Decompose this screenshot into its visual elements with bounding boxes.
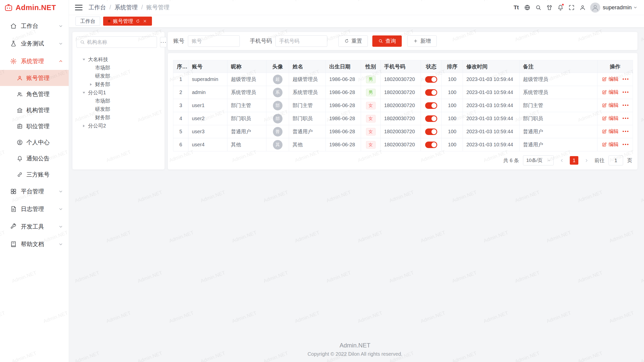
prev-page-button[interactable]	[558, 156, 566, 164]
chevron-down-icon[interactable]	[633, 5, 637, 10]
table-row: 1superadmin超级管理员超超级管理员1986-06-28男1802003…	[173, 73, 633, 86]
sidebar: Admin.NET 工作台 业务测试 系统管理 账号管理	[0, 0, 69, 362]
edit-button[interactable]: 编辑	[602, 89, 619, 96]
edit-button[interactable]: 编辑	[602, 128, 619, 135]
edit-button[interactable]: 编辑	[602, 115, 619, 122]
sidebar-item-personal-center[interactable]: 个人中心	[0, 134, 69, 150]
status-toggle[interactable]	[425, 128, 437, 135]
tab-workbench[interactable]: 工作台	[75, 17, 100, 26]
cell-phone: 18020030720	[381, 86, 421, 99]
org-more-button[interactable]: ···	[160, 37, 167, 47]
page-1-button[interactable]: 1	[570, 156, 578, 165]
sidebar-item-label: 开发工具	[21, 223, 58, 231]
cell-index: 6	[173, 138, 188, 151]
sidebar-item-label: 个人中心	[26, 139, 50, 146]
cell-phone: 18020030720	[381, 112, 421, 125]
breadcrumb-item[interactable]: 工作台	[89, 4, 106, 11]
status-toggle[interactable]	[425, 76, 437, 83]
cell-nickname: 超级管理员	[227, 73, 266, 86]
font-size-icon[interactable]: Tt	[511, 0, 522, 15]
notification-bell-icon[interactable]	[555, 0, 566, 15]
tab-label: 工作台	[80, 18, 95, 25]
row-more-button[interactable]	[623, 77, 628, 82]
cell-gender: 女	[361, 112, 381, 125]
language-icon[interactable]	[522, 0, 533, 15]
edit-button[interactable]: 编辑	[602, 76, 619, 82]
account-input[interactable]	[188, 35, 240, 47]
tree-node[interactable]: 研发部	[76, 105, 160, 113]
tab-account-management[interactable]: 账号管理	[103, 17, 152, 26]
status-toggle[interactable]	[425, 89, 437, 96]
goto-page-input[interactable]	[609, 155, 623, 165]
row-more-button[interactable]	[623, 116, 628, 121]
status-toggle[interactable]	[425, 115, 437, 122]
breadcrumb-item[interactable]: 系统管理	[114, 4, 138, 11]
sidebar-item-position-management[interactable]: 职位管理	[0, 118, 69, 134]
cell-account: superadmin	[188, 73, 227, 86]
search-button[interactable]: 查询	[372, 35, 402, 47]
user-settings-icon[interactable]	[577, 0, 588, 15]
sidebar-item-log-management[interactable]: 日志管理	[0, 200, 69, 218]
tree-node[interactable]: 市场部	[76, 64, 160, 72]
theme-skin-icon[interactable]	[544, 0, 555, 15]
sidebar-item-business-test[interactable]: 业务测试	[0, 35, 69, 52]
brand[interactable]: Admin.NET	[0, 0, 69, 15]
add-button[interactable]: 新增	[407, 35, 437, 47]
tree-caret-icon[interactable]	[80, 89, 87, 96]
cell-name: 系统管理员	[289, 86, 326, 99]
sidebar-item-org-management[interactable]: 机构管理	[0, 102, 69, 118]
document-icon	[10, 206, 17, 212]
cell-name: 部门主管	[289, 99, 326, 112]
tree-node[interactable]: 大名科技	[76, 55, 160, 64]
tree-node[interactable]: 财务部	[76, 113, 160, 122]
tree-indent	[88, 73, 94, 79]
sidebar-item-account-management[interactable]: 账号管理	[0, 70, 69, 86]
row-more-button[interactable]	[623, 90, 628, 95]
tree-node-label: 研发部	[95, 106, 110, 113]
row-more-button[interactable]	[623, 129, 628, 134]
fullscreen-icon[interactable]	[566, 0, 577, 15]
cell-name: 普通用户	[289, 125, 326, 138]
tree-caret-icon[interactable]	[80, 56, 87, 63]
page-size-select[interactable]: 10条/页	[523, 155, 554, 165]
status-toggle[interactable]	[425, 102, 437, 109]
cell-modified: 2023-01-03 10:59:44	[463, 138, 519, 151]
edit-button[interactable]: 编辑	[602, 102, 619, 109]
tree-node[interactable]: 市场部	[76, 97, 160, 105]
search-icon[interactable]	[533, 0, 544, 15]
sidebar-item-notice[interactable]: 通知公告	[0, 150, 69, 166]
org-search-input[interactable]	[87, 39, 154, 45]
column-header-birthdate: 出生日期	[326, 60, 361, 73]
tree-node[interactable]: 分公司2	[76, 122, 160, 130]
tree-caret-icon[interactable]	[80, 123, 87, 129]
sidebar-item-label: 系统管理	[21, 57, 58, 65]
reset-button[interactable]: 重置	[338, 35, 368, 47]
next-page-button[interactable]	[582, 156, 590, 164]
phone-input[interactable]	[275, 35, 327, 47]
tree-node[interactable]: 研发部	[76, 72, 160, 80]
sidebar-item-help-docs[interactable]: 帮助文档	[0, 235, 69, 253]
row-more-button[interactable]	[623, 103, 628, 108]
sidebar-item-role-management[interactable]: 角色管理	[0, 86, 69, 102]
user-avatar[interactable]	[590, 3, 600, 13]
edit-icon	[602, 77, 607, 82]
tree-node[interactable]: 分公司1	[76, 88, 160, 97]
sidebar-item-system-management[interactable]: 系统管理	[0, 52, 69, 70]
sidebar-item-platform-management[interactable]: 平台管理	[0, 183, 69, 200]
sidebar-item-third-party-account[interactable]: 三方账号	[0, 166, 69, 183]
edit-button[interactable]: 编辑	[602, 141, 619, 148]
goto-unit-label: 页	[627, 157, 632, 164]
cell-modified: 2023-01-03 10:59:44	[463, 112, 519, 125]
status-toggle[interactable]	[425, 142, 437, 148]
sidebar-item-dev-tools[interactable]: 开发工具	[0, 218, 69, 235]
row-more-button[interactable]	[623, 142, 628, 147]
sidebar-item-workbench[interactable]: 工作台	[0, 17, 69, 35]
username[interactable]: superadmin	[603, 4, 632, 11]
column-header-status: 状态	[421, 60, 442, 73]
tree-node[interactable]: 财务部	[76, 80, 160, 88]
refresh-icon[interactable]	[136, 19, 140, 23]
menu-collapse-icon[interactable]	[75, 5, 83, 10]
tree-caret-icon[interactable]	[88, 81, 94, 88]
breadcrumb-item-current: 账号管理	[146, 4, 170, 11]
close-icon[interactable]	[143, 19, 147, 23]
